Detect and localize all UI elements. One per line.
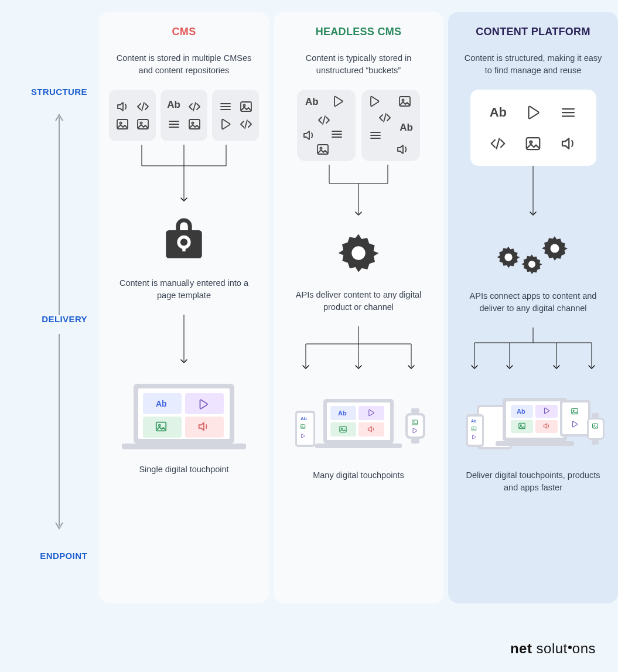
svg-rect-24 — [408, 415, 423, 436]
image-icon — [524, 135, 542, 152]
endpoint-desc-headless: Many digital touchpoints — [313, 469, 404, 482]
delivery-icon-platform — [492, 230, 574, 279]
bucket-tile: Ab — [361, 90, 420, 161]
platform-structured-box: Ab — [470, 90, 596, 166]
svg-rect-43 — [589, 419, 603, 438]
svg-rect-25 — [411, 408, 419, 413]
svg-rect-31 — [496, 441, 574, 446]
delivery-icon-headless — [336, 230, 381, 278]
play-icon — [367, 94, 381, 108]
code-icon — [489, 135, 507, 152]
row-label-structure: STRUCTURE — [31, 87, 87, 97]
title-cms: CMS — [172, 26, 196, 38]
svg-rect-38 — [562, 402, 588, 434]
code-icon — [378, 111, 392, 125]
svg-rect-44 — [592, 413, 599, 418]
svg-rect-18 — [330, 422, 356, 436]
text-icon: Ab — [167, 100, 180, 114]
menu-icon — [167, 117, 181, 131]
svg-rect-10 — [143, 417, 182, 438]
svg-rect-11 — [185, 417, 224, 438]
svg-rect-14 — [315, 444, 402, 448]
delivery-icon-cms — [160, 216, 208, 267]
image-icon — [239, 100, 253, 114]
title-platform: CONTENT PLATFORM — [476, 26, 590, 38]
svg-rect-9 — [185, 393, 224, 414]
cms-repositories: Ab — [109, 90, 259, 141]
connector-headless-to-delivery — [312, 161, 405, 220]
svg-rect-45 — [592, 440, 599, 445]
text-icon: Ab — [490, 106, 507, 119]
image-icon — [398, 94, 412, 108]
image-icon — [115, 117, 129, 131]
play-icon — [218, 117, 233, 131]
row-labels-column: STRUCTURE DELIVERY ENDPOINT — [15, 12, 94, 603]
repo-tile — [109, 90, 156, 141]
svg-rect-7 — [122, 444, 246, 449]
play-icon — [524, 104, 542, 121]
audio-icon — [559, 135, 577, 152]
svg-rect-35 — [511, 420, 533, 433]
menu-icon — [559, 104, 577, 121]
delivery-desc-cms: Content is manually entered into a page … — [114, 277, 254, 302]
column-platform: CONTENT PLATFORM Content is structured, … — [448, 12, 618, 603]
connector-platform-to-endpoints — [466, 328, 600, 373]
endpoint-desc-platform: Deliver digital touchpoints, products an… — [466, 469, 600, 494]
endpoint-devices-platform: Ab Ab — [457, 379, 609, 461]
row-label-endpoint: ENDPOINT — [40, 551, 87, 561]
diagram-root: STRUCTURE DELIVERY ENDPOINT CMS Content … — [0, 0, 618, 672]
brand-bold: net — [510, 640, 532, 656]
svg-text:Ab: Ab — [517, 408, 525, 415]
audio-icon — [115, 100, 129, 114]
svg-rect-26 — [411, 439, 419, 444]
code-icon — [136, 100, 150, 114]
play-icon — [331, 94, 345, 108]
svg-text:Ab: Ab — [301, 416, 307, 421]
audio-icon — [395, 142, 409, 156]
svg-text:Ab: Ab — [338, 410, 347, 417]
comparison-grid: STRUCTURE DELIVERY ENDPOINT CMS Content … — [15, 12, 603, 603]
ab-label: Ab — [156, 399, 167, 408]
audio-icon — [302, 128, 316, 142]
image-icon — [136, 117, 150, 131]
image-icon — [316, 142, 330, 156]
svg-text:Ab: Ab — [471, 419, 476, 423]
structure-desc-headless: Content is typically stored in unstructu… — [288, 52, 429, 77]
text-icon: Ab — [305, 97, 319, 107]
menu-icon — [368, 128, 383, 142]
connector-platform-to-delivery — [527, 166, 539, 220]
brand-logo: net solutons — [510, 640, 596, 657]
column-headless: HEADLESS CMS Content is typically stored… — [274, 12, 443, 603]
code-icon — [317, 113, 331, 127]
endpoint-desc-cms: Single digital touchpoint — [139, 463, 228, 476]
brand-light-1: solut — [537, 640, 568, 656]
code-icon — [239, 117, 253, 131]
delivery-desc-platform: APIs connect apps to content and deliver… — [463, 290, 603, 315]
bucket-tile: Ab — [297, 90, 356, 161]
svg-rect-34 — [535, 405, 558, 418]
repo-tile: Ab — [161, 90, 207, 141]
brand-light-2: ons — [572, 640, 596, 656]
connector-cms-to-delivery — [125, 141, 243, 206]
delivery-desc-headless: APIs deliver content to any digital prod… — [288, 289, 429, 313]
vertical-axis-arrow — [53, 111, 65, 532]
svg-rect-17 — [358, 406, 384, 420]
column-cms: CMS Content is stored in multiple CMSes … — [99, 12, 269, 603]
structure-desc-platform: Content is structured, making it easy to… — [463, 52, 603, 77]
code-icon — [187, 100, 202, 114]
endpoint-device-cms: Ab — [108, 373, 260, 455]
menu-icon — [330, 127, 344, 141]
connector-headless-to-endpoints — [294, 326, 423, 373]
brand-dot-icon — [568, 646, 572, 649]
endpoint-devices-headless: Ab Ab — [282, 379, 435, 461]
title-headless: HEADLESS CMS — [316, 26, 402, 38]
connector-cms-to-endpoint — [178, 315, 190, 367]
text-icon: Ab — [400, 122, 413, 132]
menu-icon — [218, 100, 233, 114]
image-icon — [187, 117, 202, 131]
repo-tile — [212, 90, 259, 141]
structure-desc-cms: Content is stored in multiple CMSes and … — [114, 52, 254, 77]
headless-buckets: Ab Ab — [297, 90, 420, 161]
